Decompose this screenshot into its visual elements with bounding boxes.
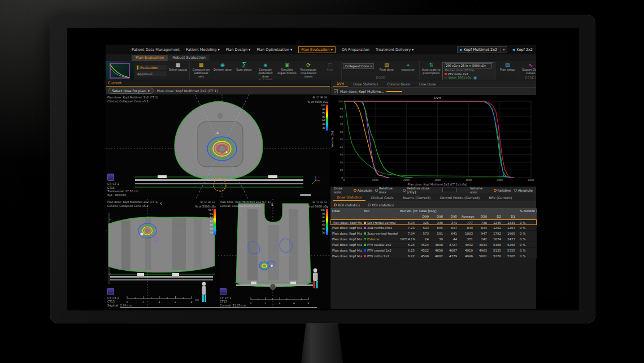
recompute-invalidated-doses-button[interactable]: ⟳Recompute invalidated doses [298,62,319,78]
final-dose-button[interactable]: ▤Final dose [376,62,397,72]
tab-robust-evaluation[interactable]: Robust Evaluation [168,55,210,61]
beamset-indicator[interactable]: ◀ Kopf 2x2 [512,47,533,52]
table-row-roi[interactable]: 3cau-ventral-frontal [362,231,398,236]
mode-approval[interactable]: Approval [136,71,167,76]
table-row-roi[interactable]: PTV caudal 2x2 [362,242,398,248]
menu-item-patient-data-management[interactable]: Patient Data Management [132,47,180,52]
table-row-roi[interactable]: PTV mitte 2x2 [362,253,398,259]
table-row-dose[interactable]: Plan dose: Kopf Multi... [330,225,362,231]
view-transversal[interactable]: A Plan dose: Kopf Multimet 2x2 (CT 1) Cl… [106,94,330,198]
stat-tab-beams-current-[interactable]: Beams (Current) [399,195,435,201]
analysis-tab-clinical-goals[interactable]: Clinical Goals [384,81,414,87]
table-cell-value: 5125 [490,248,504,253]
table-row-dose[interactable]: Plan dose: Kopf Multi... [330,253,362,259]
table-cell-value: 605 [432,225,446,231]
zoom-icon[interactable]: ⊞ [208,200,212,204]
deform-icon: ◉ [220,62,225,68]
table-cell-value: 4524 [417,242,432,248]
table-row-roi[interactable]: Externe [362,236,398,242]
view-annotation: Plan dose: Kopf Multimet 2x2 (CT 1) Clin… [107,200,158,208]
table-row-roi[interactable]: PTV cranial 2x2 [362,248,398,253]
table-row-roi[interactable]: 2lat-rechts-links [362,225,398,231]
expand-icon[interactable]: ⊟ [212,200,216,204]
active-mode-bar [137,66,138,70]
view-coronal[interactable]: 02468 S [218,199,330,309]
svg-text:1000: 1000 [372,179,378,182]
select-layout-button[interactable]: ▦ Select layout [168,62,188,72]
auto-scale-button[interactable]: ⇅Auto scale to prescription [421,62,441,75]
col-subheader: Average [460,214,476,219]
col-header: ROI vol. [cm³] [398,208,417,214]
dvh-chart[interactable]: 0100020003000400050006000010203040506070… [330,95,536,186]
deform-dose-button[interactable]: ◉Deform dose [212,62,233,72]
legend-checkbox[interactable]: ✓ [334,89,338,93]
inspector-button[interactable]: ⌖Inspector [398,62,418,72]
roi-color-swatch [364,249,366,252]
volume-axis-relative[interactable]: Relative [494,188,511,192]
menu-item-qa-preparation[interactable]: QA Preparation [342,47,369,52]
menu-item-plan-optimization[interactable]: Plan Optimization ▾ [256,47,292,52]
pan-icon[interactable]: ⊕ [312,95,316,99]
table-cell [362,214,398,219]
table-row-dose[interactable]: Plan dose: Kopf Multi... [330,231,362,236]
stat-tab-clinical-goals[interactable]: Clinical Goals [367,195,397,201]
table-row-dose[interactable]: Plan dose: Kopf Multi... [330,242,362,248]
chevron-down-icon[interactable]: ▾ [501,47,504,52]
sum-doses-button[interactable]: ΣSum doses [234,62,254,72]
zoom-icon[interactable]: ⊞ [320,95,324,99]
analysis-tab-dvh[interactable]: DVH [333,81,348,87]
probe-icon[interactable]: ⊙ [316,95,320,99]
table-cell-outside: 0 % [518,253,537,259]
tab-plan-evaluation[interactable]: Plan Evaluation [132,55,168,61]
table-row-dose[interactable]: Plan dose: Kopf Multi... [330,236,362,242]
table-cell-value: 2423 [504,236,518,242]
analysis-tab-dose-statistics[interactable]: Dose Statistics [349,81,382,87]
probe-icon[interactable]: ⊙ [204,200,208,204]
volume-axis-absolute[interactable]: Absolute [514,188,533,192]
zoom-icon[interactable]: ⊞ [320,200,324,204]
table-row-dose[interactable]: Plan dose: Kopf Multi... [330,248,362,253]
table-cell [330,214,362,219]
stat-tab-dose-statistics[interactable]: Dose Statistics [333,195,365,201]
dose-axis-absolute[interactable]: Absolute [354,188,372,192]
export-dvh-curves-button[interactable]: ∿Export DVH curves [520,62,536,75]
menu-item-treatment-delivery[interactable]: Treatment Delivery ▾ [376,47,414,52]
auto-scale-icon: ⇅ [429,62,433,68]
dose-colorbar: % of 5000 cGy 107959080604030 [307,205,328,235]
dose-axis-relative-dose[interactable]: Relative dose [cGy]: [403,186,440,194]
roi-color-swatch [445,73,447,75]
roi-statistics-radio[interactable]: ROI statistics [334,203,360,207]
simulate-organ-motion-button[interactable]: ▣Simulate organ motion [277,62,297,75]
splitter-handle[interactable] [120,307,317,308]
table-row-dose[interactable]: Plan dose: Kopf Multi... [330,219,362,225]
expand-icon[interactable]: ⊟ [324,95,328,99]
relative-dose-input[interactable] [442,188,457,192]
statistics-tabs: Dose StatisticsClinical GoalsBeams (Curr… [330,193,536,201]
poi-statistics-radio[interactable]: POI statistics [368,203,394,207]
table-row-roi[interactable]: Scr-Frontal-ventral [362,219,398,225]
analysis-tab-line-dose[interactable]: Line Dose [415,81,440,87]
stat-tab-bev-current-[interactable]: BEV (Current) [485,195,516,201]
menu-item-patient-modeling[interactable]: Patient Modeling ▾ [186,47,220,52]
roi-statistics-table: DoseROIROI vol. [cm³]Dose [cGy]% outside… [330,208,536,259]
menu-item-plan-design[interactable]: Plan Design ▾ [226,47,251,52]
info-circle-icon[interactable]: ▸ [473,76,477,80]
view-sagittal[interactable]: 02468 cm S [106,199,217,309]
algorithm-dropdown[interactable]: Collapsed Cone ▾ [343,63,374,69]
plan-selector[interactable]: ▪ Kopf Multimet 2x2 ▾ [457,46,508,53]
select-dose-button[interactable]: Select dose for plan▾ [108,88,154,94]
pan-icon[interactable]: ⊕ [312,200,316,204]
logo-curves-svg [106,61,134,80]
prescription-roi: PTV mitte 2x2 [445,72,492,76]
compute-perturbed-dose-button[interactable]: ◈Compute perturbed dose [255,62,276,78]
stat-tab-control-points-current-[interactable]: Control Points (Current) [436,195,484,201]
probe-icon[interactable]: ⊙ [316,200,320,204]
menu-item-plan-evaluation[interactable]: Plan Evaluation ▾ [298,46,336,53]
dose-axis-relative-max[interactable]: Relative max [375,186,400,194]
expand-icon[interactable]: ⊟ [324,200,328,204]
mode-evaluation[interactable]: Evaluation [136,65,167,70]
pan-icon[interactable]: ⊕ [200,200,204,204]
compute-additional-sets-button[interactable]: ▦Compute on additional sets [191,62,211,78]
radio-icon [514,189,517,192]
plan-setup-button[interactable]: ▤Plan setup [497,62,517,72]
